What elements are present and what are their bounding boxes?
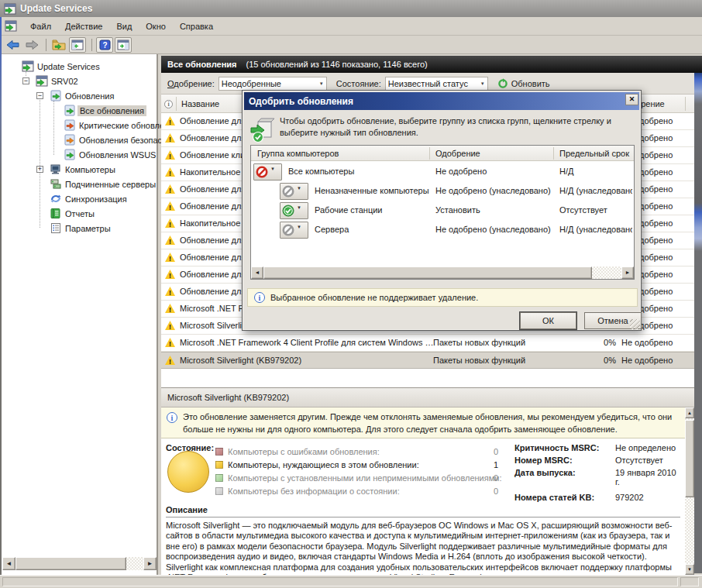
ok-button[interactable]: ОК — [520, 312, 576, 329]
legend-color-installed — [215, 474, 223, 482]
deadline-column-header[interactable]: Предельный срок — [553, 146, 634, 161]
forward-button[interactable] — [23, 37, 40, 53]
approval-dropdown-button[interactable]: ▼ — [253, 163, 282, 181]
scroll-up-button[interactable]: ▲ — [685, 407, 694, 418]
prop-kb-articles: Номера статей KB:979202 — [514, 493, 690, 502]
prop-msrc-severity: Критичность MSRC:Не определено — [514, 443, 690, 452]
export-list-button[interactable] — [50, 37, 67, 53]
warning-icon — [165, 167, 175, 178]
scroll-right-button[interactable]: ► — [621, 266, 634, 279]
back-button[interactable] — [5, 37, 22, 53]
tree-item-updates[interactable]: Обновления — [50, 88, 114, 103]
tree-item-options[interactable]: Параметры — [50, 221, 111, 236]
legend-color-errors — [215, 448, 223, 456]
warning-icon — [165, 270, 175, 280]
scroll-down-button[interactable]: ▼ — [685, 564, 694, 575]
approval-dropdown-button[interactable]: ▼ — [280, 202, 308, 219]
not-approved-inherited-icon — [282, 185, 294, 198]
update-row[interactable]: Microsoft .NET Framework 4 Client Profil… — [161, 335, 694, 352]
column-separator[interactable] — [176, 97, 177, 111]
scroll-thumb[interactable] — [263, 266, 592, 279]
options-icon — [50, 222, 62, 234]
warning-icon — [165, 338, 175, 349]
scroll-right-button[interactable]: ► — [143, 557, 157, 570]
scroll-thumb[interactable] — [685, 420, 694, 497]
groups-horizontal-scrollbar[interactable]: ◄ ► — [251, 266, 634, 279]
approval-dropdown-button[interactable]: ▼ — [280, 183, 308, 200]
window-titlebar: Update Services — [0, 0, 702, 17]
group-row-unassigned[interactable]: ▼ Неназначенные компьютеры Не одобрено (… — [251, 182, 634, 201]
approval-column-header[interactable]: Одобрение — [429, 146, 553, 161]
update-row[interactable]: Microsoft Silverlight (KB979202)Пакеты н… — [161, 352, 694, 369]
not-approved-inherited-icon — [282, 224, 294, 236]
server-icon — [36, 75, 48, 87]
dialog-close-button[interactable]: ✕ — [625, 94, 638, 105]
column-separator[interactable] — [685, 97, 686, 111]
menu-window[interactable]: Окно — [139, 19, 173, 34]
warning-icon — [165, 236, 175, 246]
warning-icon — [165, 116, 175, 127]
description-text: Microsoft Silverlight — это подключаемый… — [166, 521, 680, 575]
details-header: Microsoft Silverlight (KB979202) — [161, 387, 694, 407]
toolbar-separator — [91, 39, 92, 51]
toggle-action-pane-button[interactable] — [115, 37, 132, 53]
tree-horizontal-scrollbar[interactable]: ◄ ► — [2, 557, 157, 570]
results-pane-header: Все обновления (15 обновлений из 1146 по… — [161, 56, 702, 73]
warning-icon — [165, 356, 175, 366]
menu-action[interactable]: Действие — [58, 19, 109, 34]
description-label: Описание — [166, 505, 208, 514]
status-filter-label: Состояние: — [336, 79, 381, 88]
status-pie-chart — [167, 451, 209, 493]
menu-view[interactable]: Вид — [109, 19, 139, 34]
prop-release-date: Дата выпуска:19 января 2010 г. — [514, 468, 690, 487]
expand-toggle[interactable]: + — [36, 166, 43, 173]
tree-item-computers[interactable]: Компьютеры — [50, 162, 115, 177]
approval-filter-label: Одобрение: — [167, 79, 215, 88]
legend-color-no-status — [215, 487, 223, 495]
group-row-all-computers[interactable]: ▼ Все компьютеры Не одобрено Н/Д — [251, 163, 634, 182]
tree-item-synchronization[interactable]: Синхронизация — [50, 191, 127, 206]
legend-color-needed — [215, 461, 223, 469]
collapse-toggle[interactable]: − — [22, 77, 29, 84]
tree-item-reports[interactable]: Отчеты — [50, 206, 95, 221]
approve-dialog-icon — [250, 117, 277, 143]
details-body: i Это обновление заменяется другим. Преж… — [161, 407, 694, 575]
window-right-border — [694, 73, 702, 573]
results-title: Все обновления — [167, 60, 237, 69]
help-button[interactable]: ? — [96, 37, 113, 53]
approval-filter-combo[interactable]: Неодобренные▼ — [219, 77, 327, 91]
status-filter-combo[interactable]: Неизвестный статус▼ — [385, 77, 488, 91]
scroll-left-button[interactable]: ◄ — [2, 557, 15, 570]
toggle-console-tree-button[interactable] — [69, 37, 86, 53]
name-column-header[interactable]: Название — [181, 95, 219, 113]
group-row-workstations[interactable]: ▼ Рабочие станции Установить Отсутствует — [251, 201, 634, 221]
prop-msrc-number: Номер MSRC:Отсутствует — [514, 456, 690, 465]
tree-item-all-updates[interactable]: Все обновления — [64, 103, 146, 118]
tree-item-update-services[interactable]: Update Services — [22, 59, 100, 74]
legend-value: 0 — [475, 487, 498, 496]
menu-help[interactable]: Справка — [173, 19, 220, 34]
downstream-servers-icon — [50, 178, 62, 190]
menu-file[interactable]: Файл — [23, 19, 58, 34]
details-vertical-scrollbar[interactable]: ▲ ▼ — [685, 407, 694, 575]
group-row-servers[interactable]: ▼ Сервера Не одобрено (унаследовано) Н/Д… — [251, 221, 634, 240]
refresh-button[interactable]: Обновить — [511, 79, 550, 88]
group-column-header[interactable]: Группа компьютеров — [251, 146, 429, 161]
approval-dropdown-button[interactable]: ▼ — [280, 222, 308, 239]
collapse-toggle[interactable]: − — [36, 92, 43, 99]
dialog-resize-grip[interactable] — [630, 319, 640, 329]
legend-value: 1 — [475, 460, 498, 469]
warning-icon — [165, 218, 175, 229]
scroll-thumb[interactable] — [15, 557, 126, 570]
dialog-instruction: Чтобы одобрить обновление, выберите груп… — [280, 115, 630, 139]
tree-item-srv02[interactable]: SRV02 — [36, 74, 78, 88]
scroll-left-button[interactable]: ◄ — [251, 266, 263, 279]
legend-value: 0 — [475, 473, 498, 483]
all-updates-icon — [64, 105, 76, 116]
updates-icon — [50, 90, 62, 101]
info-column-header[interactable]: i — [161, 95, 176, 113]
tree-item-downstream-servers[interactable]: Подчиненные серверы — [50, 177, 156, 191]
tree-item-wsus-updates[interactable]: Обновления WSUS — [64, 147, 156, 162]
menu-bar: Файл Действие Вид Окно Справка — [0, 17, 702, 36]
app-icon — [4, 3, 16, 15]
